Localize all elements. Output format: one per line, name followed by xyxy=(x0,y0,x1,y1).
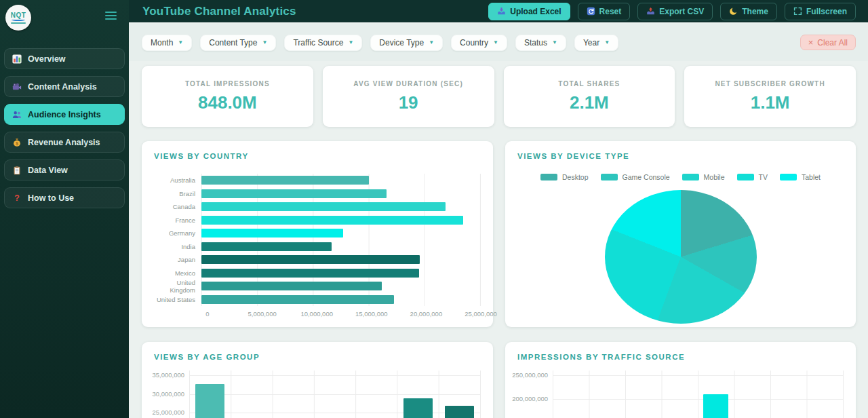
legend-label: TV xyxy=(759,173,768,181)
kpi-label: TOTAL SHARES xyxy=(558,80,620,88)
sidebar-nav: OverviewContent AnalysisAudience Insight… xyxy=(4,48,125,208)
kpi-label: TOTAL IMPRESSIONS xyxy=(185,80,270,88)
fullscreen-button[interactable]: Fullscreen xyxy=(785,3,856,20)
bar-track xyxy=(201,240,481,254)
topbar: YouTube Channel Analytics Upload ExcelRe… xyxy=(129,0,868,22)
reset-button[interactable]: Reset xyxy=(578,3,631,20)
button-label: Reset xyxy=(599,7,622,16)
bar-track xyxy=(201,187,481,201)
chevron-down-icon: ▼ xyxy=(552,40,557,45)
legend-item-desktop[interactable]: Desktop xyxy=(540,173,589,181)
x-axis-tick: 10,000,000 xyxy=(300,310,333,318)
filter-month[interactable]: Month▼ xyxy=(142,35,192,51)
filter-label: Traffic Source xyxy=(293,38,343,48)
legend-label: Tablet xyxy=(802,173,821,181)
button-label: Fullscreen xyxy=(806,7,847,16)
sidebar-item-label: Data View xyxy=(28,166,68,175)
content: TOTAL IMPRESSIONS848.0MAVG VIEW DURATION… xyxy=(129,61,868,418)
filter-content-type[interactable]: Content Type▼ xyxy=(200,35,276,51)
clear-all-button[interactable]: × Clear All xyxy=(800,35,856,50)
fullscreen-icon xyxy=(793,7,802,16)
bar-track xyxy=(201,293,481,307)
views-by-age-group-chart: VIEWS BY AGE GROUP 35,000,00030,000,0002… xyxy=(142,342,493,418)
chevron-down-icon: ▼ xyxy=(262,40,267,45)
main-area: YouTube Channel Analytics Upload ExcelRe… xyxy=(129,0,868,418)
kpi-value: 848.0M xyxy=(198,92,257,113)
x-axis: 05,000,00010,000,00015,000,00020,000,000… xyxy=(208,310,481,320)
legend-label: Desktop xyxy=(562,173,589,181)
country-bar xyxy=(201,202,446,211)
country-row: United Kingdom xyxy=(154,280,481,293)
filter-label: Device Type xyxy=(379,38,424,48)
country-bar-rows: AustraliaBrazilCanadaFranceGermanyIndiaJ… xyxy=(154,174,481,306)
column-bar xyxy=(445,406,474,418)
sidebar-item-revenue-analysis[interactable]: $Revenue Analysis xyxy=(4,132,125,153)
filter-year[interactable]: Year▼ xyxy=(574,35,618,51)
question-mark-icon: ? xyxy=(12,193,22,203)
plot-area xyxy=(189,370,481,418)
filter-label: Month xyxy=(151,38,173,48)
sidebar-item-content-analysis[interactable]: Content Analysis xyxy=(4,76,125,97)
x-axis-tick: 0 xyxy=(205,310,209,318)
legend-swatch xyxy=(780,174,797,180)
country-label: Canada xyxy=(154,203,201,210)
kpi-row: TOTAL IMPRESSIONS848.0MAVG VIEW DURATION… xyxy=(142,66,856,127)
clear-all-label: Clear All xyxy=(817,38,848,48)
logo: NQT xyxy=(5,5,31,31)
theme-button[interactable]: Theme xyxy=(720,3,777,20)
filter-status[interactable]: Status▼ xyxy=(515,35,566,51)
bar-chart-icon xyxy=(12,54,22,64)
hamburger-menu-icon[interactable] xyxy=(105,12,117,20)
button-label: Theme xyxy=(742,7,768,16)
sidebar-item-audience-insights[interactable]: Audience Insights xyxy=(4,104,125,125)
gridline xyxy=(553,375,843,376)
country-bar xyxy=(201,216,463,225)
y-axis-tick: 25,000,000 xyxy=(152,408,184,416)
country-label: Mexico xyxy=(154,269,201,277)
legend-swatch xyxy=(682,174,699,180)
bar-track xyxy=(201,253,481,267)
reset-icon xyxy=(587,7,595,16)
filter-label: Content Type xyxy=(209,38,257,48)
chart-title: VIEWS BY DEVICE TYPE xyxy=(517,152,844,160)
legend-item-game-console[interactable]: Game Console xyxy=(601,173,670,181)
country-bar xyxy=(201,242,332,251)
legend-item-tv[interactable]: TV xyxy=(737,173,768,181)
country-row: India xyxy=(154,240,481,254)
country-bar xyxy=(201,295,394,304)
chart-title: VIEWS BY COUNTRY xyxy=(154,152,481,160)
svg-text:?: ? xyxy=(14,193,19,203)
column-bar xyxy=(195,384,224,418)
filter-traffic-source[interactable]: Traffic Source▼ xyxy=(284,35,362,51)
sidebar-item-label: Audience Insights xyxy=(28,110,101,119)
upload-excel-button[interactable]: Upload Excel xyxy=(488,3,570,20)
export-csv-button[interactable]: Export CSV xyxy=(637,3,713,20)
country-bar xyxy=(201,229,343,238)
sidebar-item-overview[interactable]: Overview xyxy=(4,48,125,69)
country-row: Brazil xyxy=(154,187,481,201)
close-icon: × xyxy=(808,38,814,47)
country-label: India xyxy=(154,243,201,250)
country-row: Canada xyxy=(154,200,481,214)
x-axis-tick: 20,000,000 xyxy=(410,310,443,318)
kpi-value: 1.1M xyxy=(751,92,790,113)
filter-country[interactable]: Country▼ xyxy=(451,35,507,51)
x-axis-tick: 15,000,000 xyxy=(355,310,388,318)
country-row: Australia xyxy=(154,174,481,187)
kpi-label: NET SUBSCRIBER GROWTH xyxy=(715,80,825,88)
chevron-down-icon: ▼ xyxy=(348,40,353,45)
chevron-down-icon: ▼ xyxy=(429,40,434,45)
logo-swoosh xyxy=(12,18,25,21)
sidebar-item-how-to-use[interactable]: ?How to Use xyxy=(4,187,125,208)
chevron-down-icon: ▼ xyxy=(178,40,183,45)
topbar-actions: Upload ExcelResetExport CSVThemeFullscre… xyxy=(488,3,856,20)
country-row: Germany xyxy=(154,227,481,240)
legend-item-tablet[interactable]: Tablet xyxy=(780,173,821,181)
bar-track xyxy=(201,200,481,214)
filter-device-type[interactable]: Device Type▼ xyxy=(370,35,443,51)
y-axis-tick: 35,000,000 xyxy=(152,371,184,379)
legend-item-mobile[interactable]: Mobile xyxy=(682,173,725,181)
sidebar-item-data-view[interactable]: Data View xyxy=(4,159,125,180)
button-label: Upload Excel xyxy=(510,7,561,16)
views-by-device-type-chart: VIEWS BY DEVICE TYPE DesktopGame Console… xyxy=(505,141,856,327)
